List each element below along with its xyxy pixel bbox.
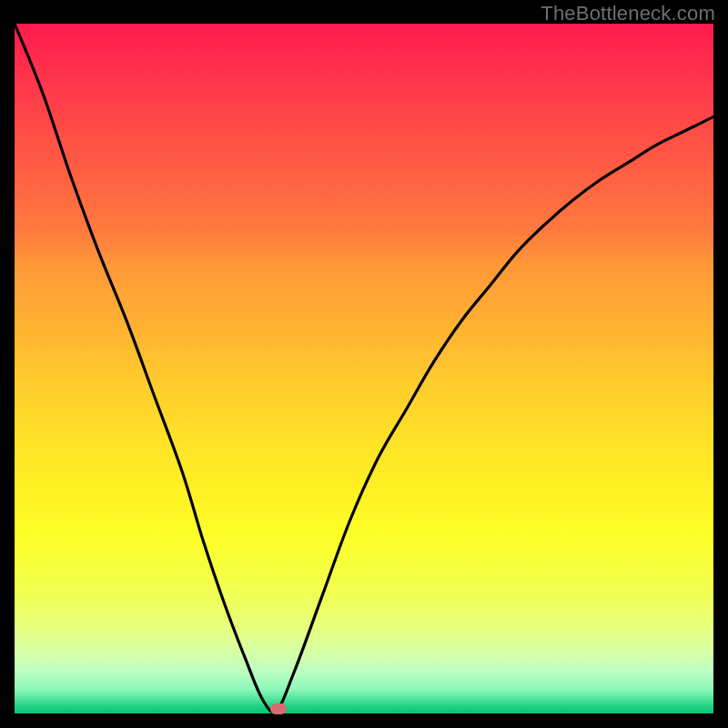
- optimal-point-marker: [270, 703, 287, 714]
- bottleneck-curve-path: [15, 24, 713, 712]
- chart-curve-svg: [15, 24, 713, 713]
- chart-frame: [15, 24, 713, 713]
- watermark-text: TheBottleneck.com: [541, 2, 715, 25]
